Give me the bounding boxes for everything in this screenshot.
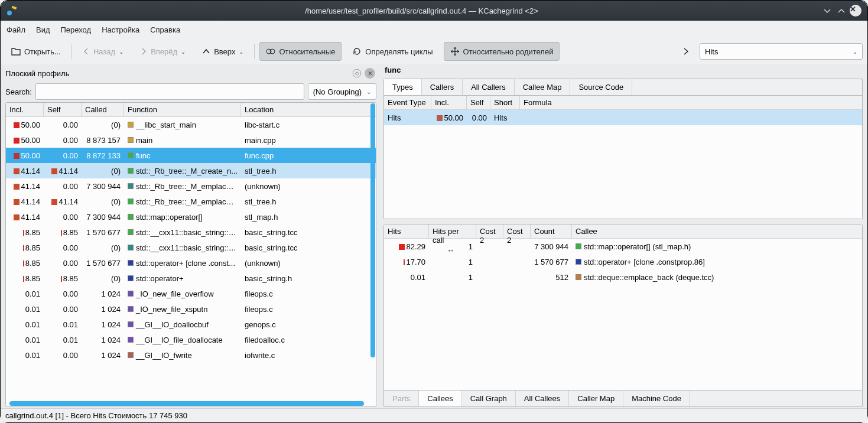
table-row[interactable]: 50.000.008 873 157mainmain.cpp xyxy=(6,132,376,148)
forward-label: Вперёд xyxy=(151,47,177,56)
tab-all-callees[interactable]: All Callees xyxy=(516,391,569,406)
function-name: func xyxy=(383,66,863,79)
table-row[interactable]: 82.2917 300 944std::map::operator[] (stl… xyxy=(384,239,862,254)
grouping-value: (No Grouping) xyxy=(313,87,362,96)
table-row[interactable]: 50.000.00(0)__libc_start_mainlibc-start.… xyxy=(6,117,376,132)
back-label: Назад xyxy=(93,47,115,56)
up-button[interactable]: Вверх ⌄ xyxy=(196,42,249,61)
types-header[interactable]: Event Type Incl. Self Short Formula xyxy=(384,96,862,110)
toolbar: Открыть... Назад ⌄ Вперёд ⌄ Вверх ⌄ Отно… xyxy=(1,38,867,64)
table-row[interactable]: 41.140.007 300 944std::map::operator[]st… xyxy=(6,209,376,224)
maximize-button[interactable] xyxy=(834,4,849,18)
table-row[interactable]: 0.010.001 024_IO_new_file_overflowfileop… xyxy=(6,286,376,301)
menu-file[interactable]: Файл xyxy=(6,25,25,34)
col-hits[interactable]: Hits xyxy=(384,224,429,238)
tab-all-callers[interactable]: All Callers xyxy=(463,79,515,95)
forward-button[interactable]: Вперёд ⌄ xyxy=(134,42,191,61)
relative-label: Относительные xyxy=(279,47,335,56)
close-dock-icon[interactable]: ✕ xyxy=(365,68,375,79)
col-incl[interactable]: Incl. xyxy=(6,103,44,116)
table-row[interactable]: 0.011512std::deque::emplace_back (deque.… xyxy=(384,269,862,285)
callees-rows[interactable]: 82.2917 300 944std::map::operator[] (stl… xyxy=(384,239,862,285)
table-row[interactable]: 0.010.001 024_IO_new_file_xsputnfileops.… xyxy=(6,301,376,317)
table-row[interactable]: 8.858.851 570 677std::__cxx11::basic_str… xyxy=(6,224,376,240)
titlebar: /home/user/test_profiler/build/src/callg… xyxy=(1,1,867,21)
tab-machine-code[interactable]: Machine Code xyxy=(623,391,690,406)
separator xyxy=(254,44,255,59)
relative-parent-label: Относительно родителей xyxy=(463,47,554,56)
col-short[interactable]: Short xyxy=(490,96,520,109)
tab-parts[interactable]: Parts xyxy=(384,391,419,406)
table-row[interactable]: 8.850.00(0)std::__cxx11::basic_string::_… xyxy=(6,240,376,255)
table-row[interactable]: 0.010.001 024__GI__IO_fwriteiofwrite.c xyxy=(6,347,376,363)
detail-bottom-tabs: PartsCalleesCall GraphAll CalleesCaller … xyxy=(383,391,863,407)
col-location[interactable]: Location xyxy=(241,103,376,116)
col-cost2a[interactable]: Cost 2 xyxy=(476,224,503,238)
col-function[interactable]: Function xyxy=(124,103,241,116)
chevron-down-icon: ⌄ xyxy=(239,48,243,55)
tab-source-code[interactable]: Source Code xyxy=(570,79,632,95)
chevron-down-icon: ⌄ xyxy=(366,89,371,95)
col-formula[interactable]: Formula xyxy=(520,96,862,109)
svg-point-3 xyxy=(270,49,275,54)
minimize-button[interactable] xyxy=(820,4,834,18)
separator xyxy=(71,44,72,59)
tab-types[interactable]: Types xyxy=(384,79,422,95)
tab-caller-map[interactable]: Caller Map xyxy=(569,391,623,406)
tab-call-graph[interactable]: Call Graph xyxy=(462,391,516,406)
col-count[interactable]: Count xyxy=(531,224,572,238)
table-row[interactable]: 8.850.001 570 677std::operator+ [clone .… xyxy=(6,255,376,271)
cycles-label: Определять циклы xyxy=(365,47,433,56)
grouping-combo[interactable]: (No Grouping) ⌄ xyxy=(308,83,376,100)
table-row[interactable]: 41.1441.14(0)std::_Rb_tree::_M_emplace_.… xyxy=(6,194,376,209)
svg-point-0 xyxy=(7,11,12,15)
callees-header[interactable]: Hits Hits per call Cost 2 Cost 2 Count C… xyxy=(384,224,862,239)
detail-top-tabs: TypesCallersAll CallersCallee MapSource … xyxy=(383,79,863,95)
flat-header[interactable]: Incl. Self Called Function Location xyxy=(6,103,376,117)
relative-parent-toggle[interactable]: Относительно родителей xyxy=(444,42,560,61)
tab-callees[interactable]: Callees xyxy=(419,391,461,406)
table-row[interactable]: 8.858.85(0)std::operator+basic_string.h xyxy=(6,271,376,286)
col-self[interactable]: Self xyxy=(44,103,82,116)
menu-settings[interactable]: Настройка xyxy=(102,25,139,34)
tab-callers[interactable]: Callers xyxy=(422,79,463,95)
col-event-type[interactable]: Event Type xyxy=(384,96,431,109)
types-rows[interactable]: Hits50.000.00Hits xyxy=(384,110,862,125)
menu-go[interactable]: Переход xyxy=(61,25,92,34)
tab-callee-map[interactable]: Callee Map xyxy=(515,79,571,95)
col-callee[interactable]: Callee xyxy=(572,224,862,238)
chevron-down-icon: ⌄ xyxy=(181,48,186,55)
dock-title: Плоский профиль xyxy=(5,69,349,78)
search-label: Search: xyxy=(5,87,32,96)
col-self2[interactable]: Self xyxy=(467,96,490,109)
cost-combo-value: Hits xyxy=(705,47,718,56)
search-input[interactable] xyxy=(35,83,304,100)
col-called[interactable]: Called xyxy=(82,103,124,116)
nav-forward-small[interactable] xyxy=(677,42,695,61)
col-incl2[interactable]: Incl. xyxy=(431,96,467,109)
table-row[interactable]: 0.010.011 024__GI__IO_doallocbufgenops.c xyxy=(6,317,376,332)
float-icon[interactable]: ◇ xyxy=(353,69,361,77)
back-button[interactable]: Назад ⌄ xyxy=(77,42,129,61)
dock-header: Плоский профиль ◇ ✕ xyxy=(5,66,376,81)
open-label: Открыть... xyxy=(24,47,61,56)
cost-type-combo[interactable]: Hits ⌄ xyxy=(700,43,863,60)
table-row[interactable]: 41.140.007 300 944std::_Rb_tree::_M_empl… xyxy=(6,178,376,194)
col-hpc[interactable]: Hits per call xyxy=(429,224,476,238)
scrollbar-vertical[interactable] xyxy=(370,103,375,357)
table-row[interactable]: 0.010.011 024__GI__IO_file_doallocatefil… xyxy=(6,332,376,347)
chevron-down-icon: ⌄ xyxy=(119,48,123,55)
table-row[interactable]: Hits50.000.00Hits xyxy=(384,110,862,125)
table-row[interactable]: 17.7011 570 677std::operator+ [clone .co… xyxy=(384,254,862,269)
open-button[interactable]: Открыть... xyxy=(5,42,67,61)
table-row[interactable]: 41.1441.14(0)std::_Rb_tree::_M_create_n.… xyxy=(6,163,376,178)
table-row[interactable]: 50.000.008 872 133funcfunc.cpp xyxy=(6,148,376,163)
scrollbar-horizontal[interactable] xyxy=(9,401,364,406)
close-button[interactable]: ✕ xyxy=(849,4,863,18)
menu-help[interactable]: Справка xyxy=(150,25,180,34)
cycles-button[interactable]: Определять циклы xyxy=(346,42,438,61)
menu-view[interactable]: Вид xyxy=(36,25,50,34)
relative-toggle[interactable]: Относительные xyxy=(259,42,342,61)
flat-rows[interactable]: 50.000.00(0)__libc_start_mainlibc-start.… xyxy=(6,117,376,406)
col-cost2b[interactable]: Cost 2 xyxy=(503,224,531,238)
